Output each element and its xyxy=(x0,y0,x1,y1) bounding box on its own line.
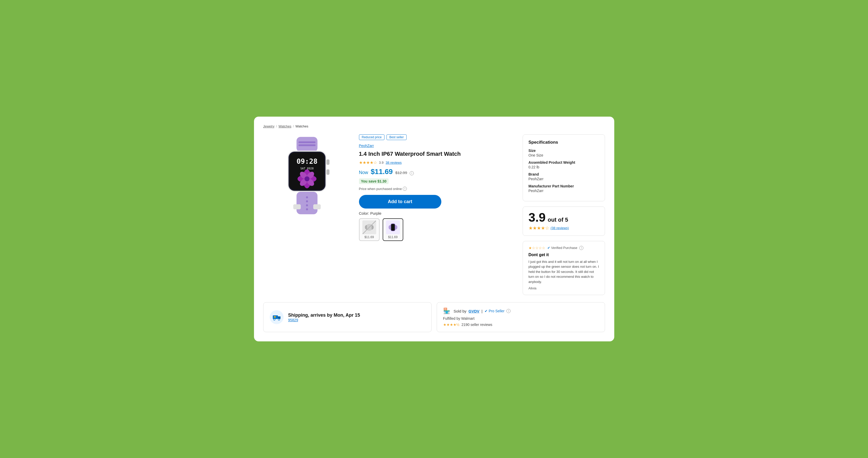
seller-info-icon[interactable]: i xyxy=(506,309,510,313)
spec-key-size: Size xyxy=(529,149,599,153)
svg-rect-34 xyxy=(391,224,395,231)
swatch-img-purple xyxy=(386,220,400,234)
svg-rect-20 xyxy=(297,192,317,214)
sold-by-label: Sold by xyxy=(454,309,467,313)
spec-brand: Brand PeohZarr xyxy=(529,172,599,181)
breadcrumb: Jewelry / Watches / Watches xyxy=(263,124,605,128)
svg-rect-18 xyxy=(326,159,330,165)
product-info-col: Reduced price Best seller PeohZarr 1.4 I… xyxy=(359,134,515,295)
svg-text:09:28: 09:28 xyxy=(297,157,317,165)
add-to-cart-button[interactable]: Add to cart xyxy=(359,195,441,209)
rating-num: 3.9 xyxy=(379,161,384,164)
breadcrumb-current: Watches xyxy=(296,124,308,128)
shipping-box: W Shipping, arrives by Mon, Apr 15 95829 xyxy=(263,302,432,332)
color-label-row: Color: Purple xyxy=(359,211,515,216)
seller-rating-row: ★★★★½ 2190 seller reviews xyxy=(443,323,598,327)
verified-purchase-badge: ✔ Verified Purchase xyxy=(547,246,578,250)
price-original: $12.99 xyxy=(395,171,407,175)
review-body: I just got this and it will not turn on … xyxy=(529,259,599,284)
spec-weight: Assembled Product Weight 0.22 lb xyxy=(529,160,599,169)
rating-summary-box: 3.9 out of 5 ★★★★☆ (38 reviews) xyxy=(523,207,605,236)
breadcrumb-sep-2: / xyxy=(293,124,294,128)
shipping-zip[interactable]: 95829 xyxy=(288,318,360,322)
spec-size: Size One Size xyxy=(529,149,599,157)
review-stars: ★☆☆☆☆ xyxy=(529,246,545,250)
rating-summary-reviews-link[interactable]: (38 reviews) xyxy=(551,226,569,230)
spec-part-number: Manufacturer Part Number PeohZarr xyxy=(529,184,599,193)
svg-text:W: W xyxy=(274,316,276,319)
spec-key-weight: Assembled Product Weight xyxy=(529,160,599,164)
truck-icon: W xyxy=(270,310,284,324)
purchase-note: Price when purchased online i xyxy=(359,187,515,191)
seller-name-link[interactable]: GVDV xyxy=(469,309,480,313)
price-row: Now $11.69 $12.99 i xyxy=(359,167,515,176)
color-swatch-silver[interactable]: $11.69 xyxy=(359,218,379,241)
breadcrumb-watches-1[interactable]: Watches xyxy=(278,124,291,128)
review-title: Dont get it xyxy=(529,252,599,257)
main-layout: 09:28 SAT 0928 xyxy=(263,134,605,295)
spec-key-brand: Brand xyxy=(529,172,599,176)
badges-row: Reduced price Best seller xyxy=(359,134,515,140)
product-stars: ★★★★☆ xyxy=(359,160,377,165)
specs-title: Specifications xyxy=(529,140,599,145)
seller-pipe: | xyxy=(482,309,483,313)
svg-point-38 xyxy=(274,319,275,320)
swatch-img-silver xyxy=(362,220,376,234)
spec-val-weight: 0.22 lb xyxy=(529,165,599,169)
right-col: Specifications Size One Size Assembled P… xyxy=(523,134,605,295)
reviews-link[interactable]: 38 reviews xyxy=(386,161,402,164)
savings-label: You save xyxy=(361,179,376,183)
breadcrumb-jewelry[interactable]: Jewelry xyxy=(263,124,275,128)
svg-marker-37 xyxy=(278,316,280,318)
spec-val-brand: PeohZarr xyxy=(529,177,599,181)
page-container: Jewelry / Watches / Watches xyxy=(254,117,614,342)
svg-rect-25 xyxy=(293,204,301,209)
store-icon: 🏪 xyxy=(443,308,450,314)
savings-amount: $1.30 xyxy=(377,179,386,183)
svg-point-21 xyxy=(306,196,308,198)
shipping-title: Shipping, arrives by Mon, Apr 15 xyxy=(288,312,360,318)
spec-key-part: Manufacturer Part Number xyxy=(529,184,599,188)
color-swatch-purple[interactable]: $11.69 xyxy=(383,218,403,241)
big-rating-score: 3.9 xyxy=(529,211,546,224)
price-info-icon[interactable]: i xyxy=(410,171,414,175)
pro-seller-label: Pro Seller xyxy=(489,309,504,313)
seller-review-count: 2190 seller reviews xyxy=(461,323,492,327)
pro-seller-badge: ✔ Pro Seller xyxy=(485,309,504,313)
svg-point-39 xyxy=(278,319,280,320)
purchase-note-text: Price when purchased online xyxy=(359,187,402,191)
spec-val-part: PeohZarr xyxy=(529,189,599,193)
savings-badge: You save $1.30 xyxy=(359,178,389,184)
color-label: Color: Purple xyxy=(359,211,382,215)
shipping-text: Shipping, arrives by Mon, Apr 15 95829 xyxy=(288,312,360,322)
badge-reduced-price: Reduced price xyxy=(359,134,384,140)
review-author: Alivia xyxy=(529,286,599,290)
svg-point-17 xyxy=(304,176,309,181)
svg-point-23 xyxy=(306,204,308,206)
rating-summary-stars: ★★★★☆ xyxy=(529,225,549,231)
product-image: 09:28 SAT 0928 xyxy=(269,134,346,217)
swatch-price-silver: $11.69 xyxy=(364,235,374,239)
review-info-icon[interactable]: i xyxy=(579,246,583,250)
seller-box: 🏪 Sold by GVDV | ✔ Pro Seller i Fulfille… xyxy=(437,302,605,332)
product-title: 1.4 Inch IP67 Waterproof Smart Watch xyxy=(359,150,515,158)
svg-point-22 xyxy=(306,200,308,202)
svg-rect-26 xyxy=(313,204,321,209)
svg-rect-0 xyxy=(297,137,317,152)
price-now-label: Now xyxy=(359,170,368,175)
badge-best-seller: Best seller xyxy=(386,134,407,140)
svg-rect-2 xyxy=(299,145,315,146)
purchase-info-icon[interactable]: i xyxy=(403,187,407,191)
product-image-col: 09:28 SAT 0928 xyxy=(263,134,351,295)
fulfilled-by: Fulfilled by Walmart xyxy=(443,316,598,320)
svg-point-24 xyxy=(306,208,308,210)
seller-link[interactable]: PeohZarr xyxy=(359,144,515,148)
spec-val-size: One Size xyxy=(529,153,599,157)
specs-box: Specifications Size One Size Assembled P… xyxy=(523,134,605,201)
bottom-row: W Shipping, arrives by Mon, Apr 15 95829… xyxy=(263,302,605,332)
color-options: $11.69 $11.69 xyxy=(359,218,515,241)
breadcrumb-sep-1: / xyxy=(276,124,277,128)
seller-stars: ★★★★½ xyxy=(443,323,460,327)
savings-row: You save $1.30 xyxy=(359,178,515,184)
svg-rect-19 xyxy=(326,170,330,175)
